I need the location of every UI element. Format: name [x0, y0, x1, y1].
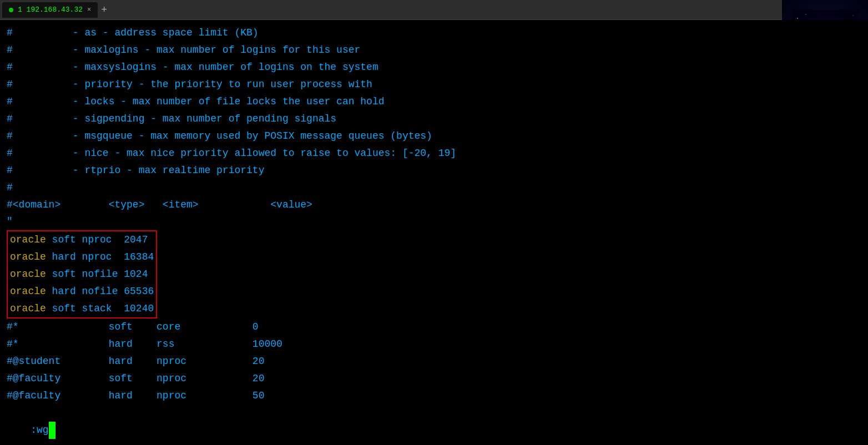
command-line[interactable]: :wg — [7, 404, 861, 445]
oracle-line: oracle hard nproc 16384 — [8, 249, 156, 266]
tab-dot — [9, 8, 13, 12]
oracle-line: oracle soft stack 10240 — [8, 300, 156, 317]
comment-line: # - maxsyslogins - max number of logins … — [7, 59, 861, 76]
example-line: #* soft core 0 — [7, 318, 861, 336]
comment-line: # - locks - max number of file locks the… — [7, 93, 861, 110]
oracle-keyword: oracle — [10, 234, 46, 245]
cmd-text: :wg — [31, 424, 48, 436]
oracle-rest: hard nproc 16384 — [46, 251, 154, 262]
tab-bar: 1 192.168.43.32 × + — [0, 0, 868, 20]
oracle-lines: oracle soft nproc 2047oracle hard nproc … — [8, 231, 156, 317]
header-line: #<domain> <type> <item> <value> — [7, 196, 861, 214]
example-line: #@faculty hard nproc 50 — [7, 387, 861, 404]
tab-close-button[interactable]: × — [87, 6, 91, 14]
comment-line: # - maxlogins - max number of logins for… — [7, 42, 861, 59]
example-line: #@faculty soft nproc 20 — [7, 370, 861, 387]
oracle-keyword: oracle — [10, 303, 46, 314]
oracle-keyword: oracle — [10, 269, 46, 280]
example-line: #@student hard nproc 20 — [7, 353, 861, 370]
oracle-line: oracle hard nofile 65536 — [8, 283, 156, 300]
oracle-line: oracle soft nofile 1024 — [8, 266, 156, 283]
example-lines: #* soft core 0#* hard rss 10000#@student… — [7, 318, 861, 404]
example-line: #* hard rss 10000 — [7, 336, 861, 353]
comment-lines: # - as - address space limit (KB)# - max… — [7, 24, 861, 196]
tab-1[interactable]: 1 192.168.43.32 × — [2, 2, 98, 18]
comment-line: # - priority - the priority to run user … — [7, 76, 861, 93]
oracle-keyword: oracle — [10, 251, 46, 262]
comment-line: # - msgqueue - max memory used by POSIX … — [7, 128, 861, 145]
oracle-rest: hard nofile 65536 — [46, 286, 154, 297]
cmd-cursor — [49, 422, 55, 439]
comment-line: # — [7, 179, 861, 196]
svg-point-2 — [805, 14, 806, 15]
oracle-rest: soft nproc 2047 — [46, 234, 148, 245]
comment-line: # - as - address space limit (KB) — [7, 24, 861, 42]
comment-line: # - sigpending - max number of pending s… — [7, 110, 861, 128]
oracle-keyword: oracle — [10, 286, 46, 297]
svg-point-1 — [797, 18, 798, 19]
tab-label: 1 192.168.43.32 — [18, 6, 83, 14]
comment-line: # - nice - max nice priority allowed to … — [7, 145, 861, 162]
comment-line: # - rtprio - max realtime priority — [7, 162, 861, 179]
oracle-block: oracle soft nproc 2047oracle hard nproc … — [7, 230, 157, 318]
oracle-rest: soft nofile 1024 — [46, 269, 148, 280]
svg-point-4 — [852, 15, 853, 16]
terminal-area[interactable]: # - as - address space limit (KB)# - max… — [0, 20, 868, 445]
oracle-line: oracle soft nproc 2047 — [8, 231, 156, 249]
new-tab-button[interactable]: + — [101, 4, 107, 16]
oracle-rest: soft stack 10240 — [46, 303, 154, 314]
quote-line: " — [7, 213, 861, 230]
